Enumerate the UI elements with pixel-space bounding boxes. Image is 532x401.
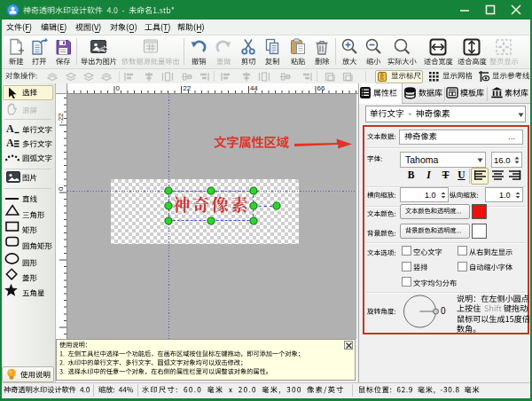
svg-text:A: A: [6, 138, 14, 149]
svg-text:22: 22: [183, 84, 191, 92]
svg-text:-22: -22: [57, 113, 65, 123]
svg-text:0: 0: [116, 84, 121, 92]
svg-text:0: 0: [57, 186, 65, 191]
svg-text:A: A: [6, 123, 14, 135]
svg-text:44: 44: [250, 84, 258, 92]
svg-text:66: 66: [317, 84, 325, 92]
